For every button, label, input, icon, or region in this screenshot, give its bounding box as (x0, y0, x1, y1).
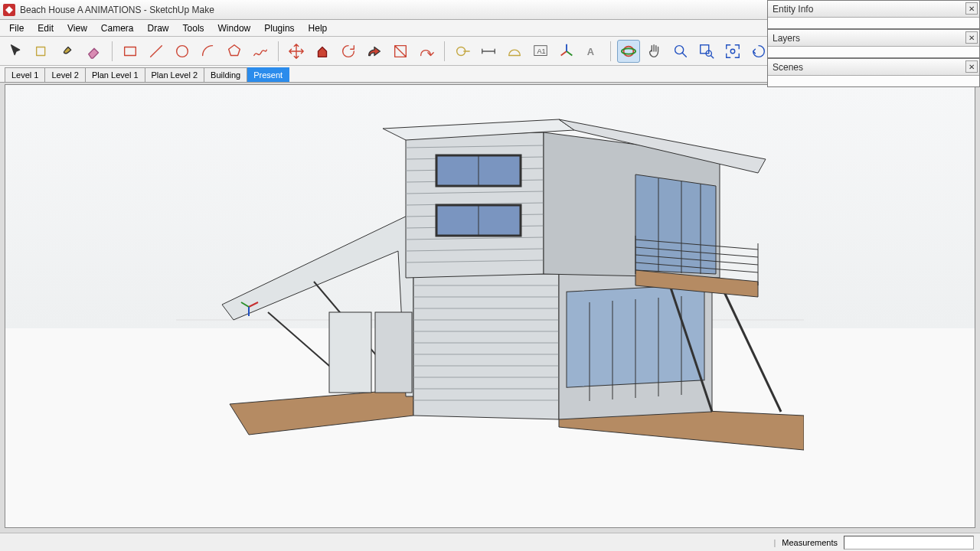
tool-text[interactable]: A1 (529, 40, 552, 63)
tool-eraser[interactable] (83, 40, 106, 63)
pan-icon (646, 43, 663, 60)
scene-tab-level-1[interactable]: Level 1 (5, 67, 45, 82)
followme-icon (366, 43, 383, 60)
component-icon (34, 43, 51, 60)
tool-polygon[interactable] (223, 40, 246, 63)
tool-zoom-extents[interactable] (721, 40, 744, 63)
tool-paint[interactable] (57, 40, 80, 63)
dimension-icon (480, 43, 497, 60)
panel-scenes[interactable]: Scenes ✕ (767, 58, 980, 87)
tool-arc[interactable] (197, 40, 220, 63)
menu-plugins[interactable]: Plugins (258, 21, 300, 35)
paint-icon (60, 43, 77, 60)
svg-line-4 (567, 51, 572, 56)
prev-icon (750, 43, 767, 60)
menu-window[interactable]: Window (212, 21, 257, 35)
zoom-icon (672, 43, 689, 60)
tool-move[interactable] (285, 40, 308, 63)
svg-marker-59 (635, 174, 716, 274)
circle-icon (174, 43, 191, 60)
status-bar: | Measurements (0, 533, 980, 551)
tape-icon (454, 43, 471, 60)
axes-icon (558, 43, 575, 60)
svg-marker-0 (5, 6, 13, 14)
text-icon: A1 (532, 43, 549, 60)
menu-file[interactable]: File (3, 21, 30, 35)
tool-3dtext[interactable]: A (581, 40, 604, 63)
zoomext-icon (724, 43, 741, 60)
tool-zoom[interactable] (669, 40, 692, 63)
arc-icon (200, 43, 217, 60)
app-icon (3, 4, 15, 16)
scene-tab-present[interactable]: Present (247, 67, 289, 82)
tool-scale[interactable] (389, 40, 412, 63)
tool-freehand[interactable] (249, 40, 272, 63)
move-icon (288, 43, 305, 60)
menu-camera[interactable]: Camera (95, 21, 140, 35)
svg-rect-31 (329, 312, 371, 393)
menu-help[interactable]: Help (302, 21, 334, 35)
tool-orbit[interactable] (617, 40, 640, 63)
tool-zoom-window[interactable] (695, 40, 718, 63)
svg-line-3 (561, 51, 567, 56)
panel-close-icon[interactable]: ✕ (965, 2, 978, 15)
svg-line-11 (711, 55, 714, 58)
tool-line[interactable] (145, 40, 168, 63)
3dtext-icon: A (584, 43, 601, 60)
tool-rotate[interactable] (337, 40, 360, 63)
svg-marker-19 (413, 274, 559, 419)
protractor-icon (506, 43, 523, 60)
offset-icon (418, 43, 435, 60)
tool-make-component[interactable] (31, 40, 54, 63)
menu-draw[interactable]: Draw (142, 21, 175, 35)
menu-view[interactable]: View (61, 21, 93, 35)
side-panels: Entity Info ✕ Layers ✕ Scenes ✕ (767, 0, 980, 87)
scene-tab-plan-level-1[interactable]: Plan Level 1 (86, 67, 145, 82)
cursor-icon (8, 43, 24, 60)
panel-layers[interactable]: Layers ✕ (767, 29, 980, 58)
zoomwin-icon (698, 43, 715, 60)
tool-dimension[interactable] (477, 40, 500, 63)
viewport-3d[interactable] (5, 84, 975, 528)
polygon-icon (226, 43, 243, 60)
svg-marker-14 (230, 389, 413, 435)
panel-title-entity-info: Entity Info (773, 4, 813, 15)
freehand-icon (252, 43, 269, 60)
scene-tab-plan-level-2[interactable]: Plan Level 2 (145, 67, 205, 82)
tool-offset[interactable] (415, 40, 438, 63)
panel-entity-info[interactable]: Entity Info ✕ (767, 0, 980, 29)
tool-pushpull[interactable] (311, 40, 334, 63)
model-house (176, 113, 804, 481)
rect-icon (122, 43, 139, 60)
svg-text:A: A (587, 45, 594, 57)
menu-edit[interactable]: Edit (31, 21, 60, 35)
panel-title-layers: Layers (773, 33, 800, 44)
tool-protractor[interactable] (503, 40, 526, 63)
measurements-input[interactable] (844, 536, 974, 549)
svg-point-12 (730, 49, 735, 54)
menu-tools[interactable]: Tools (177, 21, 211, 35)
panel-close-icon[interactable]: ✕ (965, 31, 978, 44)
tool-pan[interactable] (643, 40, 666, 63)
line-icon (148, 43, 165, 60)
tool-circle[interactable] (171, 40, 194, 63)
rotate-icon (340, 43, 357, 60)
panel-close-icon[interactable]: ✕ (965, 60, 978, 73)
panel-title-scenes: Scenes (773, 62, 803, 73)
svg-rect-32 (375, 312, 412, 393)
measurements-label: Measurements (782, 538, 838, 547)
tool-select[interactable] (5, 40, 28, 63)
tool-followme[interactable] (363, 40, 386, 63)
tool-tape[interactable] (451, 40, 474, 63)
tool-axes[interactable] (555, 40, 578, 63)
scene-tab-building[interactable]: Building (204, 67, 247, 82)
svg-text:A1: A1 (537, 47, 545, 54)
scale-icon (392, 43, 409, 60)
tool-rectangle[interactable] (119, 40, 142, 63)
scene-tab-level-2[interactable]: Level 2 (45, 67, 85, 82)
pushpull-icon (314, 43, 331, 60)
svg-rect-9 (701, 44, 709, 53)
eraser-icon (86, 43, 103, 60)
orbit-icon (620, 43, 637, 60)
window-title: Beach House A ANIMATIONS - SketchUp Make (20, 5, 214, 15)
